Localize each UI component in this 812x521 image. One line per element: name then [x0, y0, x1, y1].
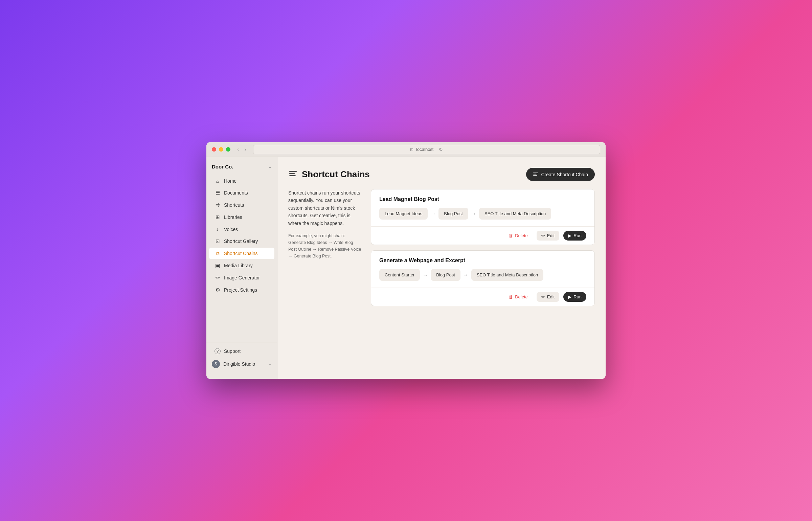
- workspace-chevron-icon: ⌄: [268, 362, 272, 366]
- sidebar-item-project-settings[interactable]: ⚙ Project Settings: [209, 284, 274, 296]
- sidebar-item-documents[interactable]: ☰ Documents: [209, 187, 274, 199]
- workspace-avatar: S: [212, 360, 220, 368]
- sidebar: Door Co. ⌄ ⌂ Home ☰ Documents ⇉ Shortcut…: [206, 157, 277, 379]
- url-text: localhost: [416, 147, 433, 152]
- sidebar-item-libraries[interactable]: ⊞ Libraries: [209, 211, 274, 223]
- nav-arrows: ‹ ›: [236, 146, 248, 153]
- browser-chrome: ‹ › ⊡ localhost ↻: [206, 142, 606, 157]
- sidebar-brand[interactable]: Door Co. ⌄: [206, 162, 277, 175]
- sidebar-item-shortcut-chains[interactable]: ⧉ Shortcut Chains: [209, 248, 274, 259]
- chain-1-title: Lead Magnet Blog Post: [379, 196, 586, 202]
- chain-1-actions: 🗑 Delete ✏ Edit ▶ Run: [371, 226, 594, 245]
- sidebar-item-media-library[interactable]: ▣ Media Library: [209, 260, 274, 271]
- chains-panel: Lead Magnet Blog Post Lead Magnet Ideas …: [371, 189, 595, 306]
- app-layout: Door Co. ⌄ ⌂ Home ☰ Documents ⇉ Shortcut…: [206, 157, 606, 379]
- description-text: Shortcut chains run your shortcuts seque…: [288, 189, 363, 227]
- delete-icon: 🗑: [509, 233, 513, 238]
- chain-1-delete-button[interactable]: 🗑 Delete: [504, 231, 533, 241]
- chain-2-arrow-2: →: [463, 272, 469, 278]
- create-shortcut-chain-button[interactable]: Create Shortcut Chain: [526, 168, 595, 181]
- traffic-lights: [212, 147, 230, 152]
- page-title: Shortcut Chains: [302, 169, 370, 180]
- shortcuts-icon: ⇉: [215, 202, 221, 208]
- forward-button[interactable]: ›: [243, 146, 247, 153]
- chain-2-step-2: Blog Post: [431, 269, 460, 281]
- chain-2-delete-button[interactable]: 🗑 Delete: [504, 292, 533, 302]
- minimize-button[interactable]: [219, 147, 223, 152]
- sidebar-label-support: Support: [224, 348, 241, 354]
- chain-2-steps: Content Starter → Blog Post → SEO Title …: [379, 269, 586, 281]
- close-button[interactable]: [212, 147, 216, 152]
- run-icon: ▶: [568, 233, 571, 238]
- shortcut-chains-icon: ⧉: [215, 250, 221, 256]
- sidebar-bottom: ? Support S Dirigible Studio ⌄: [206, 342, 277, 373]
- svg-rect-4: [533, 174, 537, 175]
- chain-2-edit-label: Edit: [547, 294, 555, 299]
- chain-2-run-label: Run: [573, 294, 582, 299]
- chain-1-steps: Lead Magnet Ideas → Blog Post → SEO Titl…: [379, 208, 586, 220]
- sidebar-label-shortcut-gallery: Shortcut Gallery: [224, 239, 258, 244]
- brand-chevron-icon: ⌄: [268, 164, 272, 169]
- create-btn-label: Create Shortcut Chain: [541, 172, 588, 177]
- sidebar-item-image-generator[interactable]: ✏ Image Generator: [209, 272, 274, 284]
- chain-1-edit-label: Edit: [547, 233, 555, 238]
- edit-icon: ✏: [541, 233, 545, 238]
- sidebar-item-voices[interactable]: ♪ Voices: [209, 224, 274, 235]
- sidebar-label-documents: Documents: [224, 190, 248, 196]
- address-bar[interactable]: ⊡ localhost ↻: [253, 145, 600, 154]
- sidebar-item-home[interactable]: ⌂ Home: [209, 175, 274, 186]
- run-icon-2: ▶: [568, 294, 571, 299]
- voices-icon: ♪: [215, 226, 221, 232]
- description-panel: Shortcut chains run your shortcuts seque…: [288, 189, 363, 306]
- content-body: Shortcut chains run your shortcuts seque…: [288, 189, 595, 306]
- sidebar-label-project-settings: Project Settings: [224, 287, 257, 293]
- chain-1-step-2: Blog Post: [438, 208, 468, 220]
- svg-rect-0: [289, 171, 297, 172]
- chain-2-arrow-1: →: [423, 272, 428, 278]
- libraries-icon: ⊞: [215, 214, 221, 220]
- chain-1-run-button[interactable]: ▶ Run: [563, 231, 586, 241]
- sidebar-label-shortcuts: Shortcuts: [224, 202, 244, 208]
- home-icon: ⌂: [215, 178, 221, 184]
- sidebar-item-shortcuts[interactable]: ⇉ Shortcuts: [209, 199, 274, 211]
- chain-1-edit-button[interactable]: ✏ Edit: [537, 231, 559, 241]
- chain-2-delete-label: Delete: [515, 294, 528, 299]
- page-icon: [288, 169, 298, 180]
- chain-2-edit-button[interactable]: ✏ Edit: [537, 292, 559, 302]
- page-title-group: Shortcut Chains: [288, 169, 370, 180]
- example-text: For example, you might chain: Generate B…: [288, 232, 363, 259]
- svg-rect-3: [533, 173, 538, 173]
- maximize-button[interactable]: [226, 147, 230, 152]
- workspace-name: Dirigible Studio: [223, 361, 265, 367]
- sidebar-label-voices: Voices: [224, 227, 238, 232]
- chain-2-actions: 🗑 Delete ✏ Edit ▶ Run: [371, 288, 594, 306]
- chain-card-2: Generate a Webpage and Excerpt Content S…: [371, 250, 595, 306]
- image-generator-icon: ✏: [215, 275, 221, 281]
- back-button[interactable]: ‹: [236, 146, 240, 153]
- chain-1-step-1: Lead Magnet Ideas: [379, 208, 428, 220]
- chain-card-1-inner: Lead Magnet Blog Post Lead Magnet Ideas …: [371, 189, 594, 226]
- sidebar-label-libraries: Libraries: [224, 214, 242, 220]
- workspace-item[interactable]: S Dirigible Studio ⌄: [206, 357, 277, 371]
- svg-rect-2: [289, 175, 296, 176]
- svg-rect-5: [533, 175, 537, 176]
- main-content: Shortcut Chains Create Shortcut Chain: [277, 157, 606, 379]
- chain-2-run-button[interactable]: ▶ Run: [563, 292, 586, 302]
- browser-window: ‹ › ⊡ localhost ↻ Door Co. ⌄ ⌂ Home ☰: [206, 142, 606, 379]
- project-settings-icon: ⚙: [215, 287, 221, 293]
- sidebar-item-support[interactable]: ? Support: [209, 345, 274, 357]
- sidebar-label-home: Home: [224, 178, 236, 184]
- page-header: Shortcut Chains Create Shortcut Chain: [288, 168, 595, 181]
- edit-icon-2: ✏: [541, 294, 545, 299]
- chain-1-arrow-2: →: [471, 211, 476, 217]
- support-icon: ?: [215, 348, 221, 354]
- sidebar-item-shortcut-gallery[interactable]: ⊡ Shortcut Gallery: [209, 235, 274, 247]
- sidebar-label-media-library: Media Library: [224, 263, 253, 268]
- documents-icon: ☰: [215, 190, 221, 196]
- refresh-button[interactable]: ↻: [439, 147, 443, 152]
- chain-card-1: Lead Magnet Blog Post Lead Magnet Ideas …: [371, 189, 595, 245]
- address-icon: ⊡: [410, 147, 413, 152]
- sidebar-label-image-generator: Image Generator: [224, 275, 260, 280]
- chain-1-arrow-1: →: [430, 211, 436, 217]
- shortcut-gallery-icon: ⊡: [215, 238, 221, 244]
